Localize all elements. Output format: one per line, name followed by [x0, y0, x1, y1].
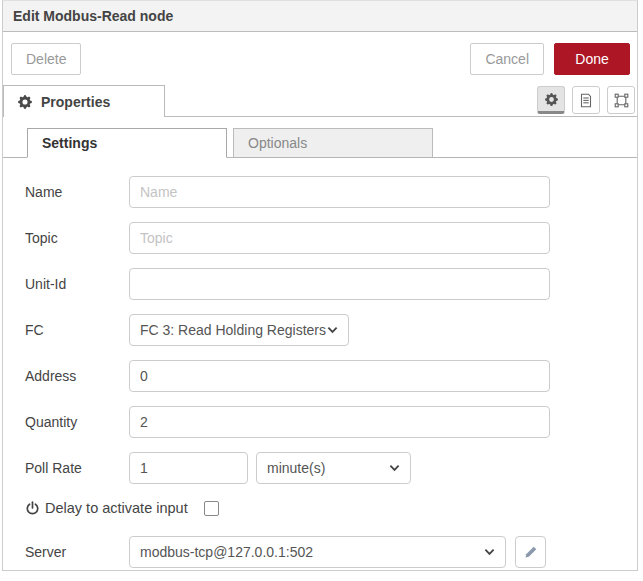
name-input[interactable]	[129, 176, 550, 208]
fc-select[interactable]: FC 3: Read Holding Registers	[129, 314, 349, 346]
address-row: Address	[25, 360, 637, 392]
fc-select-value: FC 3: Read Holding Registers	[140, 322, 327, 338]
tab-optionals-label: Optionals	[248, 135, 307, 151]
tab-settings[interactable]: Settings	[27, 128, 227, 158]
poll-rate-label: Poll Rate	[25, 460, 129, 476]
document-icon	[579, 93, 593, 108]
delay-label: Delay to activate input	[45, 500, 188, 516]
topic-label: Topic	[25, 230, 129, 246]
edit-node-dialog: Edit Modbus-Read node Delete Cancel Done…	[2, 0, 638, 571]
delete-button[interactable]: Delete	[11, 43, 81, 75]
properties-tab-bar: Properties	[3, 85, 637, 117]
settings-form: Name Topic Unit-Id FC FC 3: Read Holding…	[3, 158, 637, 568]
node-appearance-button[interactable]	[607, 86, 635, 114]
quantity-row: Quantity	[25, 406, 637, 438]
node-description-button[interactable]	[572, 86, 600, 114]
address-input[interactable]	[129, 360, 550, 392]
quantity-label: Quantity	[25, 414, 129, 430]
server-label: Server	[25, 544, 129, 560]
delay-row: Delay to activate input	[25, 498, 637, 518]
edit-server-button[interactable]	[515, 536, 546, 568]
gear-icon	[18, 95, 32, 109]
poll-rate-unit-select[interactable]: minute(s)	[256, 452, 411, 484]
tab-settings-label: Settings	[42, 135, 97, 151]
editor-icon-buttons	[537, 86, 635, 114]
quantity-input[interactable]	[129, 406, 550, 438]
name-row: Name	[25, 176, 637, 208]
delay-checkbox[interactable]	[204, 501, 219, 516]
dialog-header: Edit Modbus-Read node	[3, 1, 637, 32]
done-button[interactable]: Done	[554, 43, 630, 75]
address-label: Address	[25, 368, 129, 384]
server-row: Server modbus-tcp@127.0.0.1:502	[25, 536, 637, 568]
frame-select-icon	[614, 93, 629, 108]
gear-icon	[545, 93, 558, 106]
server-select-value: modbus-tcp@127.0.0.1:502	[140, 544, 484, 560]
poll-rate-row: Poll Rate minute(s)	[25, 452, 637, 484]
unit-id-row: Unit-Id	[25, 268, 637, 300]
name-label: Name	[25, 184, 129, 200]
tab-optionals[interactable]: Optionals	[233, 128, 433, 158]
dialog-title: Edit Modbus-Read node	[13, 8, 173, 24]
tab-properties[interactable]: Properties	[3, 85, 165, 117]
fc-label: FC	[25, 322, 129, 338]
server-select[interactable]: modbus-tcp@127.0.0.1:502	[129, 536, 506, 568]
unit-id-label: Unit-Id	[25, 276, 129, 292]
poll-rate-input[interactable]	[129, 452, 248, 484]
cancel-button[interactable]: Cancel	[470, 43, 544, 75]
power-icon	[25, 501, 40, 516]
node-properties-button[interactable]	[537, 86, 565, 114]
chevron-down-icon	[327, 325, 338, 335]
chevron-down-icon	[484, 547, 495, 557]
topic-input[interactable]	[129, 222, 550, 254]
dialog-toolbar: Delete Cancel Done	[3, 32, 637, 85]
tab-properties-label: Properties	[41, 94, 110, 110]
pencil-icon	[524, 545, 538, 559]
topic-row: Topic	[25, 222, 637, 254]
chevron-down-icon	[389, 463, 400, 473]
fc-row: FC FC 3: Read Holding Registers	[25, 314, 637, 346]
poll-rate-unit-value: minute(s)	[267, 460, 389, 476]
unit-id-input[interactable]	[129, 268, 550, 300]
settings-tab-bar: Settings Optionals	[3, 127, 637, 158]
